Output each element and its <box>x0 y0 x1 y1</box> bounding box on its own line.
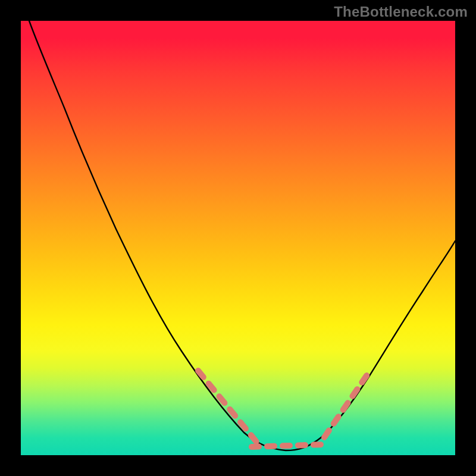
chart-overlay <box>21 21 455 455</box>
watermark-text: TheBottleneck.com <box>334 4 468 20</box>
svg-line-0 <box>198 371 258 443</box>
bottleneck-curve <box>29 21 455 450</box>
chart-frame: TheBottleneck.com <box>0 0 476 476</box>
highlight-dots-left <box>198 371 258 443</box>
